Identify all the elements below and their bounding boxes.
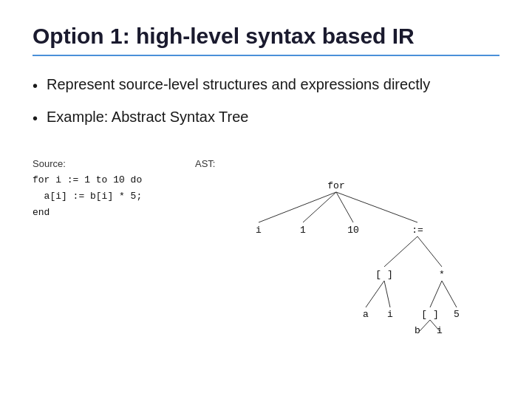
bullet-text-2: Example: Abstract Syntax Tree [47,106,248,127]
source-code: for i := 1 to 10 do a[i] := b[i] * 5; en… [33,172,180,221]
svg-line-14 [384,281,390,307]
slide-title: Option 1: high-level syntax based IR [33,24,499,56]
source-line-3: end [33,205,180,221]
svg-text::=: := [412,225,423,236]
ast-box: AST: .ast-node { font-family: 'Courier N… [195,158,499,381]
source-label: Source: [33,158,180,169]
svg-text:for: for [327,180,344,191]
bullet-dot-2: • [33,108,38,129]
svg-line-1 [259,192,336,222]
bullet-text-1: Represent source-level structures and ex… [47,74,430,95]
svg-text:[ ]: [ ] [421,309,438,320]
ast-diagram: .ast-node { font-family: 'Courier New', … [195,172,499,335]
source-line-1: for i := 1 to 10 do [33,172,180,188]
svg-text:b: b [415,325,420,335]
svg-text:i: i [437,325,443,335]
svg-line-21 [420,320,430,331]
svg-text:*: * [439,269,445,280]
svg-text:[ ]: [ ] [375,269,392,280]
source-line-2: a[i] := b[i] * 5; [33,188,180,205]
bullet-dot-1: • [33,75,38,96]
svg-line-9 [384,236,417,267]
diagram-area: Source: for i := 1 to 10 do a[i] := b[i]… [33,158,499,381]
bullet-item-1: • Represent source-level structures and … [33,74,499,96]
svg-line-4 [336,192,417,222]
ast-label: AST: [195,158,499,169]
svg-text:a: a [363,309,369,320]
svg-line-10 [417,236,442,267]
svg-text:i: i [256,225,262,236]
svg-text:5: 5 [454,309,460,320]
slide: Option 1: high-level syntax based IR • R… [0,0,532,399]
svg-line-2 [303,192,336,222]
svg-line-13 [366,281,384,307]
svg-line-3 [336,192,353,222]
bullet-item-2: • Example: Abstract Syntax Tree [33,106,499,129]
svg-text:i: i [387,309,393,320]
svg-text:1: 1 [300,225,306,236]
source-box: Source: for i := 1 to 10 do a[i] := b[i]… [33,158,180,381]
svg-line-16 [442,281,457,307]
svg-line-15 [430,281,442,307]
bullet-list: • Represent source-level structures and … [33,74,499,139]
svg-text:10: 10 [347,225,359,236]
